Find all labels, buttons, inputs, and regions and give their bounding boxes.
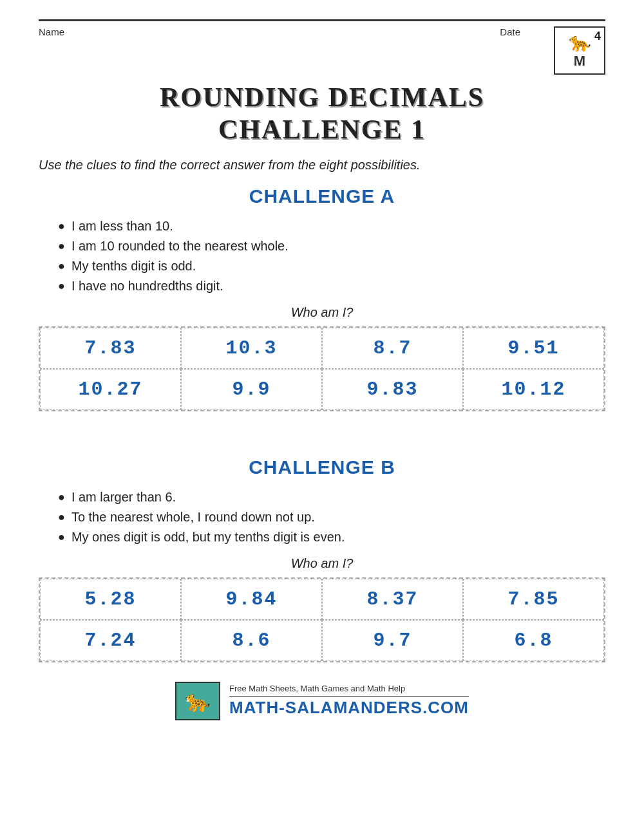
footer: 🐆 Free Math Sheets, Math Games and Math … bbox=[39, 682, 605, 720]
footer-brand: MATH-SALAMANDERS.COM bbox=[229, 698, 469, 718]
date-label: Date bbox=[500, 26, 520, 37]
footer-brand-rest: ATH-SALAMANDERS.COM bbox=[244, 698, 469, 717]
clue-b-3: My ones digit is odd, but my tenths digi… bbox=[58, 530, 605, 545]
footer-divider-line bbox=[229, 696, 469, 697]
challenge-a-section: CHALLENGE A I am less than 10. I am 10 r… bbox=[39, 185, 605, 411]
challenge-a-title: CHALLENGE A bbox=[39, 185, 605, 207]
logo-m-text: M bbox=[574, 53, 585, 70]
clue-b-2: To the nearest whole, I round down not u… bbox=[58, 510, 605, 525]
name-date-row: Name Date bbox=[39, 26, 520, 37]
challenge-b-title: CHALLENGE B bbox=[39, 456, 605, 478]
logo-number: 4 bbox=[594, 30, 601, 43]
title-line2: CHALLENGE 1 bbox=[39, 113, 605, 145]
top-border bbox=[39, 19, 605, 21]
answer-a-r1c1: 7.83 bbox=[40, 328, 181, 369]
challenge-a-clues: I am less than 10. I am 10 rounded to th… bbox=[58, 219, 605, 294]
answer-grid-b: 5.28 9.84 8.37 7.85 7.24 8.6 9.7 6.8 bbox=[39, 577, 605, 662]
clue-a-1: I am less than 10. bbox=[58, 219, 605, 234]
answer-a-r2c1: 10.27 bbox=[40, 369, 181, 410]
answer-b-r1c2: 9.84 bbox=[181, 579, 322, 620]
who-am-i-a: Who am I? bbox=[39, 305, 605, 320]
answer-b-r2c3: 9.7 bbox=[322, 620, 463, 661]
title-line1: ROUNDING DECIMALS bbox=[39, 81, 605, 113]
logo-cheetah-icon: 🐆 bbox=[569, 32, 591, 53]
section-divider bbox=[39, 431, 605, 444]
answer-a-r1c3: 8.7 bbox=[322, 328, 463, 369]
answer-a-r1c4: 9.51 bbox=[463, 328, 604, 369]
clue-a-2: I am 10 rounded to the nearest whole. bbox=[58, 239, 605, 254]
footer-logo-icon: 🐆 bbox=[175, 682, 220, 720]
logo-box: 4 🐆 M bbox=[554, 26, 605, 75]
answer-b-r1c1: 5.28 bbox=[40, 579, 181, 620]
who-am-i-b: Who am I? bbox=[39, 556, 605, 571]
subtitle: Use the clues to find the correct answer… bbox=[39, 158, 605, 173]
name-label: Name bbox=[39, 26, 64, 37]
clue-a-4: I have no hundredths digit. bbox=[58, 279, 605, 294]
main-title: ROUNDING DECIMALS CHALLENGE 1 bbox=[39, 81, 605, 146]
answer-a-r2c2: 9.9 bbox=[181, 369, 322, 410]
footer-tagline: Free Math Sheets, Math Games and Math He… bbox=[229, 684, 405, 693]
footer-brand-m: M bbox=[229, 698, 244, 717]
answer-grid-a: 7.83 10.3 8.7 9.51 10.27 9.9 9.83 10.12 bbox=[39, 326, 605, 411]
challenge-b-section: CHALLENGE B I am larger than 6. To the n… bbox=[39, 456, 605, 662]
answer-a-r2c3: 9.83 bbox=[322, 369, 463, 410]
answer-a-r2c4: 10.12 bbox=[463, 369, 604, 410]
footer-text-block: Free Math Sheets, Math Games and Math He… bbox=[229, 684, 469, 718]
answer-b-r2c4: 6.8 bbox=[463, 620, 604, 661]
answer-b-r2c1: 7.24 bbox=[40, 620, 181, 661]
answer-b-r1c3: 8.37 bbox=[322, 579, 463, 620]
clue-a-3: My tenths digit is odd. bbox=[58, 259, 605, 274]
answer-b-r1c4: 7.85 bbox=[463, 579, 604, 620]
header-row: Name Date 4 🐆 M bbox=[39, 26, 605, 75]
answer-a-r1c2: 10.3 bbox=[181, 328, 322, 369]
challenge-b-clues: I am larger than 6. To the nearest whole… bbox=[58, 490, 605, 545]
clue-b-1: I am larger than 6. bbox=[58, 490, 605, 505]
answer-b-r2c2: 8.6 bbox=[181, 620, 322, 661]
